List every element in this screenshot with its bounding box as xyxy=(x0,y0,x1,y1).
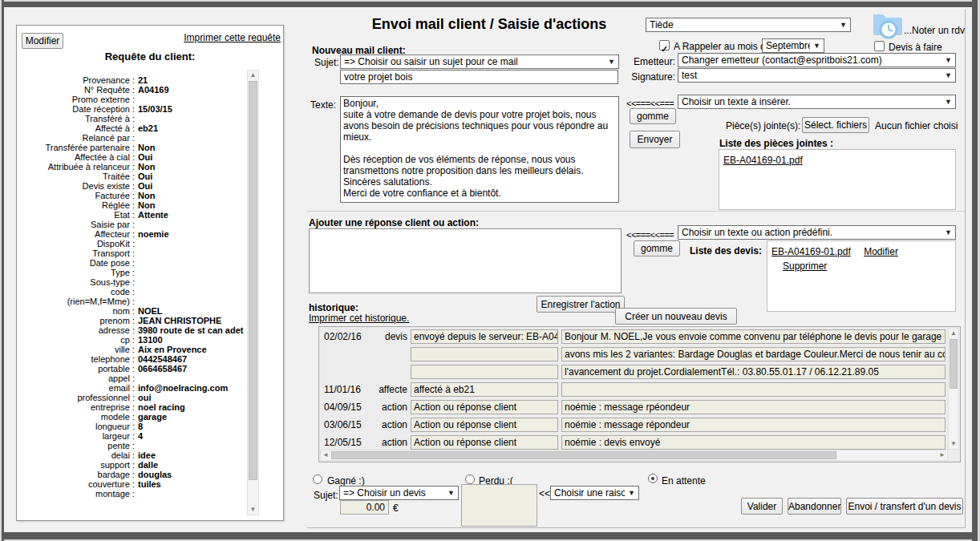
client-field-label: email : xyxy=(22,383,135,393)
action-response-textarea[interactable] xyxy=(309,228,622,293)
signature-select[interactable]: test ▼ xyxy=(678,68,956,83)
dropdown-arrow-icon: ▼ xyxy=(945,56,952,64)
valider-button[interactable]: Valider xyxy=(741,498,783,515)
envoi-transfert-devis-button[interactable]: Envoi / transfert d'un devis xyxy=(846,498,963,515)
history-action-field[interactable]: Action ou réponse client xyxy=(411,418,558,432)
client-field-row: portable :0664658467 xyxy=(22,364,246,373)
perdu-radio[interactable] xyxy=(465,474,475,484)
devis-a-faire-checkbox[interactable] xyxy=(874,41,885,51)
scrollbar-thumb[interactable] xyxy=(950,339,958,389)
client-field-label: Traitée : xyxy=(22,172,135,181)
scroll-right-icon[interactable]: ► xyxy=(937,450,947,460)
history-vscrollbar[interactable]: ▲ ▼ xyxy=(948,328,959,450)
history-action-field[interactable]: Action ou réponse client xyxy=(411,400,558,414)
history-action-field[interactable] xyxy=(411,347,558,361)
history-detail-field[interactable]: noémie : devis envoyé xyxy=(561,435,946,450)
outcome-sujet-label: Sujet: xyxy=(314,490,338,501)
scrollbar-thumb[interactable] xyxy=(331,451,836,459)
scroll-down-icon[interactable]: ▼ xyxy=(248,505,258,515)
create-devis-button[interactable]: Créer un nouveau devis xyxy=(615,308,737,325)
client-field-row: Etat :Attente xyxy=(22,210,246,220)
select-files-button[interactable]: Sélect. fichiers xyxy=(802,117,869,133)
rappeler-checkbox[interactable]: ✓ xyxy=(659,40,670,50)
client-field-label: (rien=M,f=Mme) : xyxy=(22,297,135,306)
client-field-row: Traitée :Oui xyxy=(22,172,246,181)
choisir-devis-select[interactable]: => Choisir un devis ▼ xyxy=(339,486,459,500)
history-hscrollbar[interactable]: ◄ ► xyxy=(320,450,948,461)
gomme-action-button[interactable]: gomme xyxy=(634,240,680,256)
month-select[interactable]: Septembre ▼ xyxy=(762,38,824,53)
insert-text-select[interactable]: Choisir un texte à insérer. ▼ xyxy=(678,95,956,109)
history-action-field[interactable] xyxy=(411,365,558,379)
history-detail-field[interactable]: noémie : message rpéondeur xyxy=(561,400,946,414)
temperature-select[interactable]: Tiède ▼ xyxy=(646,18,851,32)
client-field-row: Promo externe : xyxy=(22,95,246,104)
history-detail-field[interactable]: avons mis les 2 variantes: Bardage Dougl… xyxy=(561,347,946,361)
history-action-field[interactable]: Action ou réponse client xyxy=(411,435,558,450)
emetteur-select[interactable]: Changer emetteur (contact@espritbois21.c… xyxy=(678,53,956,67)
envoyer-button[interactable]: Envoyer xyxy=(630,131,680,148)
client-field-value: Non xyxy=(138,200,246,210)
attachment-file-link[interactable]: EB-A04169-01.pdf xyxy=(723,155,803,166)
client-field-row: (rien=M,f=Mme) : xyxy=(22,297,246,306)
devis-modifier-link[interactable]: Modifier xyxy=(864,246,898,257)
sujet-select[interactable]: => Choisir ou saisir un sujet pour ce ma… xyxy=(340,55,619,69)
history-detail-field[interactable]: Bonjour M. NOEL,Je vous envoie comme con… xyxy=(561,329,946,344)
mail-body-textarea[interactable]: Bonjour, suite à votre demande de devis … xyxy=(340,96,619,203)
client-field-label: DispoKit : xyxy=(22,239,135,248)
client-field-value: garage xyxy=(138,412,246,422)
client-field-value xyxy=(138,489,246,499)
gomme-mail-button[interactable]: gomme xyxy=(630,108,676,124)
client-field-label: Transféré à : xyxy=(22,114,135,123)
insert-arrows-label: <<===<<=== xyxy=(626,230,674,240)
client-field-label: Date réception : xyxy=(22,104,135,114)
history-detail-field[interactable] xyxy=(561,382,946,397)
scroll-down-icon[interactable]: ▼ xyxy=(949,439,958,449)
gagne-radio[interactable] xyxy=(313,474,322,484)
history-date: 12/05/15 xyxy=(322,437,372,448)
amount-input[interactable] xyxy=(340,500,389,515)
client-field-label: appel : xyxy=(22,373,135,383)
history-action-field[interactable]: affecté à eb21 xyxy=(411,382,558,397)
sujet-input[interactable] xyxy=(340,70,618,84)
save-action-button[interactable]: Enregistrer l'action xyxy=(537,296,625,313)
print-request-link[interactable]: Imprimer cette requête xyxy=(184,32,281,43)
devis-supprimer-link[interactable]: Supprimer xyxy=(783,260,827,272)
predefined-action-select[interactable]: Choisir un texte ou action prédéfini. ▼ xyxy=(678,225,956,240)
history-row: l'avancement du projet.CordialementTél.:… xyxy=(322,365,946,379)
client-field-row: DispoKit : xyxy=(22,239,246,248)
client-field-value: dalle xyxy=(138,460,246,470)
client-field-row: Affectée à cial :Oui xyxy=(22,152,246,162)
history-row: 12/05/15actionAction ou réponse clientno… xyxy=(322,435,946,450)
dropdown-arrow-icon: ▼ xyxy=(608,58,615,66)
client-field-label: largeur : xyxy=(22,431,135,441)
abandonner-button[interactable]: Abandonner xyxy=(788,498,841,515)
devis-file-link[interactable]: EB-A04169-01.pdf xyxy=(771,246,851,257)
print-history-link[interactable]: Imprimer cet historique. xyxy=(309,313,409,324)
client-field-label: adresse : xyxy=(22,325,135,335)
perdu-comment-textarea[interactable] xyxy=(461,484,537,527)
history-action-field[interactable]: envoyé depuis le serveur: EB-A04169 xyxy=(411,329,558,344)
history-detail-field[interactable]: noémie : message répondeur xyxy=(561,418,946,432)
left-panel-scrollbar[interactable]: ▲ ▼ xyxy=(247,70,259,515)
client-field-label: portable : xyxy=(22,364,135,373)
client-field-label: Relancé par : xyxy=(22,133,135,143)
raison-select[interactable]: Choisir une raisor ▼ xyxy=(550,486,639,500)
scroll-up-icon[interactable]: ▲ xyxy=(248,71,258,80)
client-field-row: Devis existe :Oui xyxy=(22,181,246,191)
noter-rdv-label[interactable]: ...Noter un rdv xyxy=(904,25,965,36)
scroll-left-icon[interactable]: ◄ xyxy=(321,450,330,460)
modifier-button[interactable]: Modifier xyxy=(22,33,63,49)
client-field-value: 0442548467 xyxy=(138,354,246,364)
scroll-up-icon[interactable]: ▲ xyxy=(949,329,958,338)
client-field-row: pente : xyxy=(22,441,246,450)
en-attente-radio[interactable] xyxy=(648,474,658,483)
client-field-label: Etat : xyxy=(22,210,135,220)
client-field-label: Transférée partenaire : xyxy=(22,143,135,152)
history-detail-field[interactable]: l'avancement du projet.CordialementTél.:… xyxy=(561,365,946,379)
history-row: 04/09/15actionAction ou réponse clientno… xyxy=(322,400,946,414)
rdv-calendar-icon[interactable] xyxy=(871,10,903,39)
client-field-row: Réglée :Non xyxy=(22,200,246,210)
history-type: action xyxy=(372,402,411,413)
scrollbar-thumb[interactable] xyxy=(249,81,257,480)
